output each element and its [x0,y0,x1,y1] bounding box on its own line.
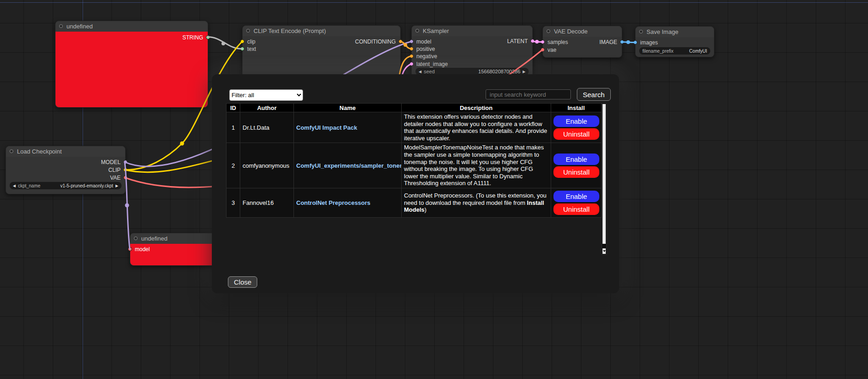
extension-name-cell: ComfyUI_experiments/sampler_tonemap [294,143,402,188]
decrement-arrow-icon[interactable]: ◀ [419,70,421,74]
input-negative: negative [412,53,482,60]
conditioning-output-port[interactable] [398,39,403,44]
negative-input-port[interactable] [409,54,414,58]
node-title: Save Image [647,28,678,35]
enable-button[interactable]: Enable [553,191,599,202]
clip-output-port[interactable] [123,168,127,172]
table-header-row: ID Author Name Description Install [227,104,602,112]
extension-id: 2 [227,143,240,188]
uninstall-button[interactable]: Uninstall [553,203,599,215]
filter-select[interactable]: Filter: all [229,89,303,101]
output-string: STRING [55,34,208,41]
widget-label: ckpt_name [18,183,40,188]
vae-input-port[interactable] [541,48,545,52]
node-undefined-top[interactable]: undefined STRING [55,21,208,108]
collapse-dot-icon[interactable] [415,29,419,33]
table-scrollbar[interactable] [602,103,607,255]
search-button[interactable]: Search [577,88,611,101]
chevron-down-icon [603,250,606,252]
collapse-dot-icon[interactable] [10,149,13,153]
increment-arrow-icon[interactable]: ▶ [116,184,118,188]
uninstall-button[interactable]: Uninstall [553,128,599,140]
extension-author: Fannovel16 [240,188,294,217]
model-input-port[interactable] [409,39,414,44]
collapse-dot-icon[interactable] [246,29,250,33]
scroll-down-button[interactable] [603,248,606,254]
output-model: MODEL [33,159,125,166]
widget-value: v1-5-pruned-emaonly.ckpt [60,183,113,188]
widget-label: seed [424,69,435,74]
enable-button[interactable]: Enable [553,115,599,127]
node-title-bar[interactable]: CLIP Text Encode (Prompt) [243,26,400,36]
node-vae-decode[interactable]: VAE Decode samples vae IMAGE [542,26,622,58]
canvas-axis-horizontal [0,2,868,3]
node-title: undefined [141,235,167,242]
scrollbar-thumb[interactable] [603,104,606,244]
decrement-arrow-icon[interactable]: ◀ [13,184,16,188]
extension-link[interactable]: ComfyUI_experiments/sampler_tonemap [296,162,402,169]
input-text: text [243,45,322,53]
node-title-bar[interactable]: undefined [55,21,208,32]
output-image: IMAGE [575,38,622,46]
node-save-image[interactable]: Save Image images filename_prefix ComfyU… [635,26,714,57]
input-model: model [130,246,190,253]
string-output-port[interactable] [206,35,210,39]
extensions-table-body: 1Dr.Lt.DataComfyUI Impact PackThis exten… [227,112,602,218]
extension-author: comfyanonymous [240,143,294,188]
extension-description: ModelSamplerTonemapNoiseTest a node that… [402,143,551,188]
output-latent: LATENT [467,38,532,45]
latent-image-input-port[interactable] [409,62,414,66]
node-title-bar[interactable]: VAE Decode [543,26,622,37]
node-title: Load Checkpoint [17,148,62,155]
collapse-dot-icon[interactable] [639,30,643,33]
collapse-dot-icon[interactable] [134,236,138,240]
extension-name-cell: ControlNet Preprocessors [294,188,402,217]
extension-install-cell: EnableUninstall [551,188,602,217]
extension-id: 1 [227,112,240,143]
extension-link[interactable]: ControlNet Preprocessors [296,199,370,206]
vae-output-port[interactable] [123,176,127,180]
input-latent-image: latent_image [412,60,482,68]
samples-input-port[interactable] [541,40,545,44]
extension-description: This extension offers various detector n… [402,112,551,143]
increment-arrow-icon[interactable]: ▶ [523,70,525,74]
model-input-port[interactable] [128,247,132,251]
text-input-port[interactable] [240,47,244,51]
input-images: images [636,39,686,46]
node-title: CLIP Text Encode (Prompt) [254,27,326,34]
latent-output-port[interactable] [531,39,535,43]
input-vae: vae [543,46,585,54]
extension-row: 3Fannovel16ControlNet PreprocessorsContr… [227,188,602,217]
extension-description: ControlNet Preprocessors. (To use this e… [402,188,551,217]
extensions-table: ID Author Name Description Install 1Dr.L… [226,103,602,218]
input-positive: positive [412,45,482,53]
node-title-bar[interactable]: KSampler [412,26,532,36]
header-description: Description [402,104,551,112]
collapse-dot-icon[interactable] [59,24,63,28]
header-author: Author [240,104,294,112]
node-title: KSampler [423,27,449,34]
search-input[interactable] [486,89,571,99]
output-clip: CLIP [33,166,125,174]
enable-button[interactable]: Enable [553,154,599,165]
clip-input-port[interactable] [240,39,244,44]
widget-value: ComfyUI [689,49,707,54]
node-title-bar[interactable]: Load Checkpoint [6,146,125,157]
widget-label: filename_prefix [642,49,674,54]
images-input-port[interactable] [633,40,637,44]
node-title-bar[interactable]: Save Image [636,27,714,37]
extension-link[interactable]: ComfyUI Impact Pack [296,124,357,131]
filename-prefix-widget[interactable]: filename_prefix ComfyUI [639,47,710,55]
header-install: Install [551,104,602,112]
ckpt-name-widget[interactable]: ◀ ckpt_name v1-5-pruned-emaonly.ckpt ▶ [10,182,122,189]
image-output-port[interactable] [620,40,624,44]
output-vae: VAE [33,174,125,181]
node-load-checkpoint[interactable]: Load Checkpoint MODEL CLIP VAE ◀ ckpt_na… [6,146,126,194]
extension-row: 1Dr.Lt.DataComfyUI Impact PackThis exten… [227,112,602,143]
positive-input-port[interactable] [409,47,414,51]
extension-row: 2comfyanonymousComfyUI_experiments/sampl… [227,143,602,188]
model-output-port[interactable] [123,160,127,164]
uninstall-button[interactable]: Uninstall [553,166,599,178]
close-button[interactable]: Close [228,276,257,288]
collapse-dot-icon[interactable] [547,29,550,33]
